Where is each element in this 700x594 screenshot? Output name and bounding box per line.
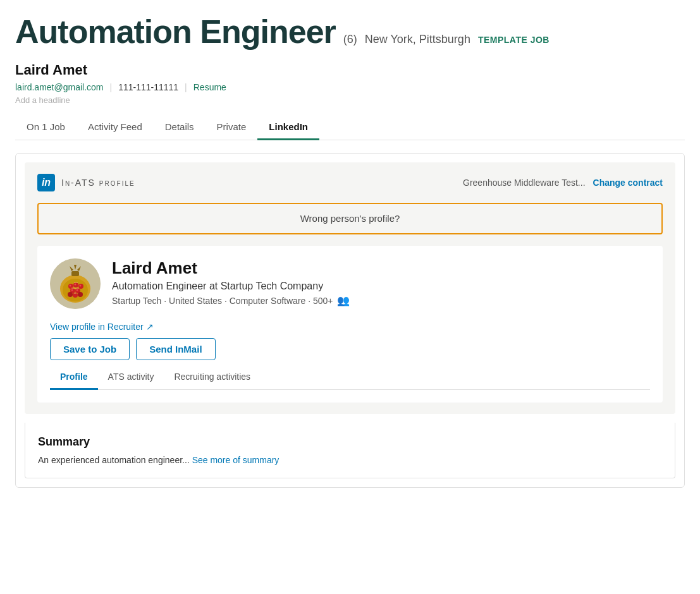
tab-activity-feed[interactable]: Activity Feed — [77, 115, 154, 140]
contact-separator: | — [109, 82, 112, 92]
svg-point-18 — [71, 289, 73, 291]
profile-actions: View profile in Recruiter ↗ Save to Job … — [50, 319, 650, 360]
profile-subtabs: Profile ATS activity Recruiting activiti… — [50, 365, 650, 390]
summary-title: Summary — [38, 435, 662, 449]
profile-meta: Startup Tech · United States · Computer … — [112, 294, 650, 306]
phone-number: 111-111-11111 — [118, 82, 178, 92]
page-wrapper: Automation Engineer (6) New York, Pittsb… — [0, 0, 700, 488]
subtab-recruiting-activities[interactable]: Recruiting activities — [164, 365, 261, 390]
profile-card: Laird Amet Automation Engineer at Startu… — [37, 246, 663, 403]
linkedin-contract: Greenhouse Middleware Test... Change con… — [463, 178, 663, 188]
svg-rect-2 — [71, 271, 79, 276]
profile-card-top: Laird Amet Automation Engineer at Startu… — [50, 258, 650, 309]
send-inmail-button[interactable]: Send InMail — [136, 338, 215, 360]
see-more-link[interactable]: See more of summary — [192, 455, 279, 465]
candidate-contact: laird.amet@gmail.com | 111-111-11111 | R… — [15, 82, 685, 92]
summary-content: An experienced automation engineer... — [38, 455, 190, 465]
view-recruiter-label: View profile in Recruiter — [50, 322, 144, 332]
email-link[interactable]: laird.amet@gmail.com — [15, 82, 103, 92]
svg-point-14 — [78, 292, 83, 297]
tab-linkedin[interactable]: LinkedIn — [257, 115, 319, 140]
profile-meta-text: Startup Tech · United States · Computer … — [112, 296, 333, 306]
summary-section: Summary An experienced automation engine… — [25, 423, 675, 478]
subtab-profile[interactable]: Profile — [50, 365, 98, 390]
contract-name: Greenhouse Middleware Test... — [463, 178, 586, 188]
page-header: Automation Engineer (6) New York, Pittsb… — [15, 13, 685, 51]
linkedin-panel: in In-ATS profile Greenhouse Middleware … — [15, 153, 685, 488]
candidate-location: New York, Pittsburgh — [365, 33, 470, 46]
svg-point-15 — [70, 285, 71, 287]
wrong-profile-alert[interactable]: Wrong person's profile? — [37, 203, 663, 234]
tab-on-1-job[interactable]: On 1 Job — [15, 115, 77, 140]
linkedin-logo-icon: in — [37, 174, 55, 191]
subtab-ats-activity[interactable]: ATS activity — [98, 365, 164, 390]
contact-separator-2: | — [185, 82, 187, 92]
linkedin-header: in In-ATS profile Greenhouse Middleware … — [37, 174, 663, 191]
svg-point-16 — [75, 284, 77, 286]
svg-point-19 — [77, 289, 78, 291]
svg-point-13 — [68, 292, 73, 297]
external-link-icon: ↗ — [146, 322, 154, 332]
candidate-name: Laird Amet — [15, 62, 685, 78]
candidate-headline[interactable]: Add a headline — [15, 95, 685, 105]
tab-details[interactable]: Details — [154, 115, 206, 140]
change-contract-button[interactable]: Change contract — [593, 178, 663, 188]
linkedin-profile-label: In-ATS profile — [61, 178, 135, 188]
resume-link[interactable]: Resume — [193, 82, 226, 92]
profile-name: Laird Amet — [112, 258, 650, 278]
linkedin-brand: in In-ATS profile — [37, 174, 135, 191]
profile-job-title: Automation Engineer at Startup Tech Comp… — [112, 281, 650, 292]
template-job-badge: TEMPLATE JOB — [478, 35, 550, 45]
profile-buttons: Save to Job Send InMail — [50, 338, 650, 360]
connections-icon: 👥 — [337, 294, 350, 306]
candidate-count: (6) — [343, 33, 357, 46]
nav-tabs: On 1 Job Activity Feed Details Private L… — [15, 115, 685, 140]
save-to-job-button[interactable]: Save to Job — [50, 338, 130, 360]
linkedin-inner: in In-ATS profile Greenhouse Middleware … — [25, 162, 675, 414]
candidate-info: Laird Amet laird.amet@gmail.com | 111-11… — [15, 62, 685, 105]
summary-text: An experienced automation engineer... Se… — [38, 455, 662, 465]
avatar — [50, 258, 101, 309]
svg-point-6 — [63, 279, 88, 301]
tab-private[interactable]: Private — [206, 115, 258, 140]
page-title: Automation Engineer — [15, 13, 336, 51]
svg-point-17 — [80, 285, 82, 287]
view-recruiter-link[interactable]: View profile in Recruiter ↗ — [50, 322, 154, 332]
wrong-profile-text: Wrong person's profile? — [300, 213, 400, 224]
profile-details: Laird Amet Automation Engineer at Startu… — [112, 258, 650, 306]
